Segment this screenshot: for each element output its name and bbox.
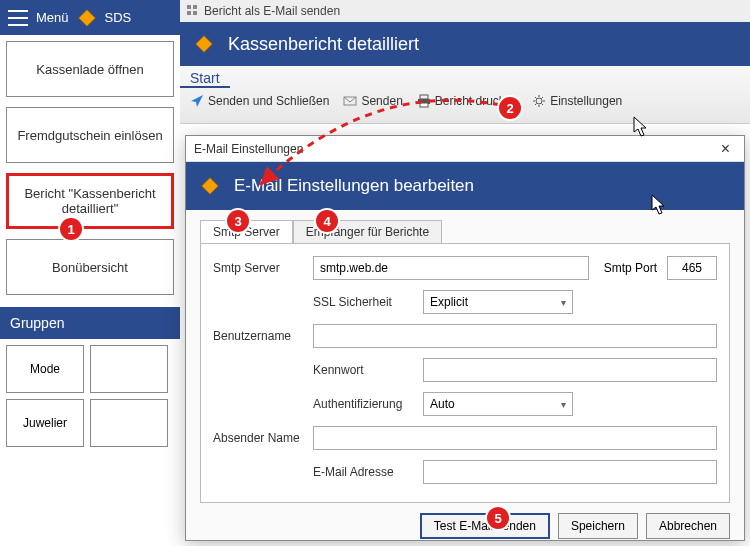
action-label: Senden und Schließen bbox=[208, 94, 329, 108]
input-username[interactable] bbox=[313, 324, 717, 348]
test-email-button[interactable]: Test E-Mail senden bbox=[420, 513, 550, 539]
action-label: Senden bbox=[361, 94, 402, 108]
input-email-address[interactable] bbox=[423, 460, 717, 484]
menu-header: Menü SDS bbox=[0, 0, 180, 35]
svg-rect-3 bbox=[193, 11, 197, 15]
label-password: Kennwort bbox=[313, 363, 413, 377]
report-ribbon: Start Senden und Schließen Senden Berich… bbox=[180, 66, 750, 124]
groups-row: Juwelier bbox=[0, 399, 180, 453]
ribbon-actions: Senden und Schließen Senden Bericht druc… bbox=[180, 88, 750, 114]
tile-label: Bonübersicht bbox=[52, 260, 128, 275]
group-empty[interactable] bbox=[90, 345, 168, 393]
annotation-badge-2: 2 bbox=[499, 97, 521, 119]
cancel-button[interactable]: Abbrechen bbox=[646, 513, 730, 539]
chevron-down-icon: ▾ bbox=[561, 399, 566, 410]
action-send-close[interactable]: Senden und Schließen bbox=[190, 94, 329, 108]
button-label: Test E-Mail senden bbox=[434, 519, 536, 533]
input-smtp-port[interactable] bbox=[667, 256, 717, 280]
tile-list: Kassenlade öffnen Fremdgutschein einlöse… bbox=[0, 35, 180, 301]
close-icon[interactable]: × bbox=[715, 140, 736, 158]
tab-panel-smtp: Smtp Server Smtp Port SSL Sicherheit Exp… bbox=[200, 243, 730, 503]
group-label: Juwelier bbox=[23, 416, 67, 430]
svg-rect-7 bbox=[420, 103, 428, 107]
tile-label: Bericht "Kassenbericht detailliert" bbox=[13, 186, 167, 216]
app-logo-icon bbox=[200, 176, 220, 196]
svg-point-8 bbox=[536, 98, 542, 104]
groups-row: Mode bbox=[0, 339, 180, 399]
tile-label: Fremdgutschein einlösen bbox=[17, 128, 162, 143]
svg-rect-5 bbox=[420, 95, 428, 99]
tab-recipients[interactable]: Empfänger für Berichte bbox=[293, 220, 442, 243]
printer-icon bbox=[417, 94, 431, 108]
report-banner-title: Kassenbericht detailliert bbox=[228, 34, 419, 55]
label-ssl-security: SSL Sicherheit bbox=[313, 295, 413, 309]
gear-icon bbox=[532, 94, 546, 108]
svg-rect-0 bbox=[187, 5, 191, 9]
action-label: Einstellungen bbox=[550, 94, 622, 108]
label-smtp-server: Smtp Server bbox=[213, 261, 303, 275]
report-banner: Kassenbericht detailliert bbox=[180, 22, 750, 66]
cursor-icon bbox=[651, 194, 667, 216]
group-empty[interactable] bbox=[90, 399, 168, 447]
cursor-icon bbox=[633, 116, 649, 138]
svg-rect-1 bbox=[193, 5, 197, 9]
select-value: Auto bbox=[430, 397, 455, 411]
tile-redeem-voucher[interactable]: Fremdgutschein einlösen bbox=[6, 107, 174, 163]
chevron-down-icon: ▾ bbox=[561, 297, 566, 308]
dialog-body: Smtp Server Empfänger für Berichte Smtp … bbox=[186, 210, 744, 503]
input-sender-name[interactable] bbox=[313, 426, 717, 450]
label-email-address: E-Mail Adresse bbox=[313, 465, 413, 479]
annotation-badge-1: 1 bbox=[60, 218, 82, 240]
ribbon-tab-start[interactable]: Start bbox=[180, 66, 230, 88]
select-authentication[interactable]: Auto ▾ bbox=[423, 392, 573, 416]
tile-cash-report[interactable]: Bericht "Kassenbericht detailliert" bbox=[6, 173, 174, 229]
tile-label: Kassenlade öffnen bbox=[36, 62, 143, 77]
annotation-badge-5: 5 bbox=[487, 507, 509, 529]
report-titlebar: Bericht als E-Mail senden bbox=[180, 0, 750, 22]
send-icon bbox=[190, 94, 204, 108]
label-sender-name: Absender Name bbox=[213, 431, 303, 445]
tab-strip: Smtp Server Empfänger für Berichte bbox=[200, 220, 730, 243]
save-button[interactable]: Speichern bbox=[558, 513, 638, 539]
select-value: Explicit bbox=[430, 295, 468, 309]
dialog-titlebar: E-Mail Einstellungen × bbox=[186, 136, 744, 162]
ribbon-tab-label: Start bbox=[190, 70, 220, 86]
sidebar: Menü SDS Kassenlade öffnen Fremdgutschei… bbox=[0, 0, 180, 546]
annotation-badge-3: 3 bbox=[227, 210, 249, 232]
hamburger-icon[interactable] bbox=[8, 10, 28, 26]
label-username: Benutzername bbox=[213, 329, 303, 343]
button-label: Speichern bbox=[571, 519, 625, 533]
menu-label: Menü bbox=[36, 10, 69, 25]
select-ssl-security[interactable]: Explicit ▾ bbox=[423, 290, 573, 314]
group-juwelier[interactable]: Juwelier bbox=[6, 399, 84, 447]
group-label: Mode bbox=[30, 362, 60, 376]
action-send[interactable]: Senden bbox=[343, 94, 402, 108]
label-smtp-port: Smtp Port bbox=[599, 261, 657, 275]
input-password[interactable] bbox=[423, 358, 717, 382]
app-logo-icon bbox=[77, 8, 97, 28]
dialog-title: E-Mail Einstellungen bbox=[194, 142, 303, 156]
dialog-button-bar: Test E-Mail senden Speichern Abbrechen bbox=[186, 503, 744, 546]
input-smtp-server[interactable] bbox=[313, 256, 589, 280]
groups-header-label: Gruppen bbox=[10, 315, 64, 331]
svg-rect-2 bbox=[187, 11, 191, 15]
group-mode[interactable]: Mode bbox=[6, 345, 84, 393]
groups-header: Gruppen bbox=[0, 307, 180, 339]
report-window-title: Bericht als E-Mail senden bbox=[204, 4, 340, 18]
tile-open-drawer[interactable]: Kassenlade öffnen bbox=[6, 41, 174, 97]
label-authentication: Authentifizierung bbox=[313, 397, 413, 411]
annotation-badge-4: 4 bbox=[316, 210, 338, 232]
mail-icon bbox=[343, 94, 357, 108]
app-logo-icon bbox=[194, 34, 214, 54]
app-code: SDS bbox=[105, 10, 132, 25]
dialog-banner-title: E-Mail Einstellungen bearbeiten bbox=[234, 176, 474, 196]
action-settings[interactable]: Einstellungen bbox=[532, 94, 622, 108]
button-label: Abbrechen bbox=[659, 519, 717, 533]
tile-receipt-overview[interactable]: Bonübersicht bbox=[6, 239, 174, 295]
window-icon bbox=[186, 4, 198, 19]
report-window: Bericht als E-Mail senden Kassenbericht … bbox=[180, 0, 750, 124]
